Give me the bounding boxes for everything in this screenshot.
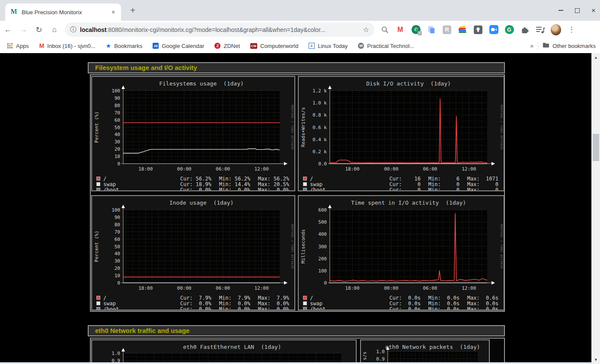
bookmark-item-4[interactable]: 28Google Calendar — [153, 43, 204, 49]
y-tick-label: 80 — [115, 103, 120, 108]
y-tick-label: 10 — [115, 273, 120, 279]
phone-extension-icon[interactable]: ✆? — [411, 24, 421, 35]
r-extension-icon[interactable]: R — [442, 24, 452, 35]
disk_io-chart: Disk I/O activity (1day)0.00.2 k0.4 k0.6… — [299, 77, 504, 175]
monitorix-favicon: M — [10, 8, 17, 16]
copy-pages-extension-icon[interactable] — [426, 24, 437, 35]
y-tick-label: 70 — [115, 110, 120, 116]
window-controls: ✕ — [558, 0, 597, 21]
reload-icon[interactable]: ↻ — [31, 25, 47, 35]
search-extension-icon[interactable] — [380, 24, 390, 35]
y-tick-label: 50 — [115, 125, 120, 130]
tab-close-icon[interactable]: × — [110, 9, 117, 16]
y-tick-label: 0.2 k — [313, 149, 327, 155]
profile-avatar[interactable] — [551, 24, 561, 35]
x-tick-label: 00:00 — [177, 166, 191, 172]
gmail-icon: M — [39, 42, 45, 49]
bookmark-item-8[interactable]: WPractical Technol... — [358, 43, 414, 49]
back-icon[interactable]: ← — [0, 25, 16, 34]
legend-min-value: Min: 6 — [421, 176, 460, 182]
address-bar[interactable]: ⓘ localhost:8080/monitorix-cgi/monitorix… — [65, 22, 374, 37]
gmail-extension-icon[interactable]: M — [395, 24, 405, 35]
other-bookmarks-button[interactable]: Other bookmarks — [543, 42, 596, 49]
legend-swatch — [96, 177, 100, 180]
menu-kebab-icon[interactable]: ⋮ — [566, 24, 577, 35]
url-path: :8080/monitorix-cgi/monitorix.cgi?mode=l… — [106, 26, 325, 33]
x-tick-label: 06:00 — [216, 285, 230, 291]
graph-panel-eth0_lan[interactable]: eth0 FastEthernet LAN (1day)0.00.10.20.3… — [91, 339, 357, 364]
window-close-button[interactable]: ✕ — [590, 7, 597, 13]
extensions-puzzle-icon[interactable] — [520, 24, 530, 35]
bookmark-item-5[interactable]: ZZDNet — [214, 43, 240, 49]
y-tick-label: 0.8 k — [313, 112, 327, 118]
scroll-down-icon[interactable]: ▼ — [592, 356, 600, 363]
x-tick-label: 12:00 — [462, 285, 476, 291]
bookmark-item-1[interactable]: Apps — [7, 43, 29, 49]
page-info-icon[interactable]: ⓘ — [70, 25, 77, 34]
y-tick-label: 1.0 — [376, 349, 385, 355]
books-extension-icon[interactable] — [457, 24, 468, 35]
grammarly-extension-icon[interactable]: G — [504, 24, 514, 35]
legend-max-value: Max: 0 — [460, 181, 498, 187]
y-tick-label: 90 — [115, 95, 120, 101]
legend-cur-value: Cur: 56.2% — [172, 176, 211, 182]
graph-panel-inode_usage[interactable]: Inode usage (1day)0102030405060708090100… — [91, 195, 295, 310]
x-tick-label: 12:00 — [254, 166, 268, 172]
legend-cur-value: Cur: 18.9% — [172, 181, 211, 187]
x-tick-label: 12:00 — [462, 166, 476, 172]
bookmark-item-3[interactable]: ★Bookmarks — [106, 42, 143, 49]
x-tick-label: 12:00 — [254, 285, 268, 291]
window-maximize-button[interactable] — [574, 7, 580, 13]
legend-max-value: Max: 1071 — [460, 176, 498, 182]
bookmarks-overflow-icon[interactable]: » — [530, 42, 534, 49]
legend-series-name: swap — [310, 181, 382, 187]
legend-max-value: Max: 20.5% — [250, 181, 289, 187]
vertical-scrollbar[interactable]: ▲ ▼ — [591, 53, 600, 364]
section-title: Filesystem usage and I/O activity — [95, 64, 197, 71]
y-tick-label: 400 — [318, 231, 327, 237]
linux-today-icon: lt — [309, 43, 315, 49]
legend-swatch — [96, 296, 100, 300]
graph-panel-disk_io[interactable]: Disk I/O activity (1day)0.00.2 k0.4 k0.6… — [298, 76, 504, 191]
new-tab-button[interactable]: + — [127, 5, 138, 16]
lamp-extension-icon[interactable] — [473, 24, 483, 35]
y-tick-label: 300 — [318, 244, 327, 250]
legend-row: swapCur: 0Min: 0Max: 0 — [303, 181, 498, 187]
legend-cur-value: Cur: 0.0s — [382, 301, 421, 307]
legend-swatch — [303, 307, 307, 310]
bookmark-star-icon[interactable]: ☆ — [363, 25, 369, 34]
y-tick-label: 0.0 — [318, 161, 327, 167]
svg-text:M: M — [10, 8, 17, 15]
legend-row: /bootCur: 0.0%Min: 0.0%Max: 0.0% — [96, 306, 289, 310]
legend-row: swapCur: 0.0sMin: 0.0sMax: 0.0s — [303, 301, 498, 306]
y-tick-label: 20 — [115, 266, 120, 271]
bookmark-label: Computerworld — [260, 43, 298, 49]
home-icon[interactable]: ⌂ — [47, 25, 62, 34]
bookmark-item-2[interactable]: MInbox (16) - sjvn0... — [39, 42, 96, 49]
browser-tab[interactable]: M Blue Precision Monitorix × — [5, 3, 121, 21]
chart-title: Time spent in I/O activity (1day) — [351, 199, 466, 206]
y-tick-label: 20 — [115, 146, 120, 152]
url-text[interactable]: localhost:8080/monitorix-cgi/monitorix.c… — [80, 26, 360, 33]
graph-panel-fs_usage[interactable]: Filesystems usage (1day)0102030405060708… — [91, 76, 295, 191]
graph-panel-time_io[interactable]: Time spent in I/O activity (1day)0100200… — [298, 195, 504, 310]
legend-series-name: /boot — [103, 187, 172, 192]
window-minimize-button[interactable] — [558, 7, 564, 13]
graph-panel-eth0_packets[interactable]: eth0 Network packets (1day)0.00.10.20.30… — [360, 339, 490, 364]
zoom-camera-extension-icon[interactable] — [488, 24, 499, 35]
legend-swatch — [303, 296, 307, 300]
bookmark-item-7[interactable]: ltLinux Today — [309, 43, 348, 49]
computerworld-icon: CW — [250, 43, 257, 49]
legend-max-value: Max: 0.0s — [460, 306, 498, 311]
x-tick-label: 18:00 — [345, 166, 359, 172]
legend-min-value: Min: 0.0% — [211, 301, 250, 307]
forward-icon[interactable]: → — [16, 25, 31, 34]
playlist-extension-icon[interactable] — [535, 24, 546, 35]
legend-swatch — [96, 301, 100, 305]
section-title: eth0 Network traffic and usage — [95, 327, 189, 334]
bookmark-label: ZDNet — [223, 43, 240, 49]
bookmark-item-6[interactable]: CWComputerworld — [250, 43, 298, 49]
scroll-up-icon[interactable]: ▲ — [592, 54, 600, 61]
scrollbar-thumb[interactable] — [593, 134, 599, 161]
y-tick-label: 500 — [318, 219, 327, 225]
